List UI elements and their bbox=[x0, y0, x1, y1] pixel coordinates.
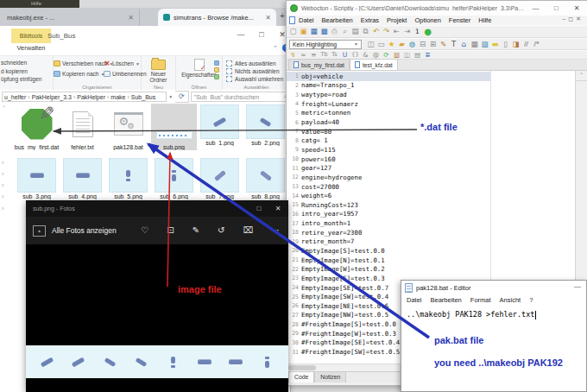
history-icon[interactable] bbox=[214, 74, 219, 79]
image-icon[interactable]: ▨ bbox=[481, 41, 489, 48]
menu-item[interactable]: Datei bbox=[407, 296, 422, 304]
search-input[interactable] bbox=[192, 94, 284, 100]
doc-panel-icon[interactable]: ◫ bbox=[367, 41, 375, 48]
breadcrumb-item[interactable]: make bbox=[110, 94, 130, 100]
status-ok-icon[interactable]: ● bbox=[424, 28, 432, 36]
font-icon[interactable]: T bbox=[450, 41, 458, 48]
tab-close-icon[interactable]: ✕ bbox=[128, 14, 134, 22]
delete-button[interactable]: ✕Löschen▼ bbox=[104, 60, 140, 67]
favorites-star-icon[interactable]: ★ bbox=[388, 41, 395, 48]
move-to-button[interactable]: Verschieben nach▼ bbox=[54, 60, 104, 67]
breadcrumb-item[interactable]: PakHelper_3.3 bbox=[32, 94, 78, 100]
browser-tab-simutrans[interactable]: simutrans - Browse /make... ✕ bbox=[158, 9, 276, 26]
bottom-tab[interactable]: Code bbox=[288, 371, 314, 383]
ribbon-collapse-icon[interactable]: ⌃ bbox=[273, 45, 278, 52]
close-icon[interactable]: ✕ bbox=[269, 200, 287, 217]
file-item[interactable]: pak128.bat bbox=[105, 104, 151, 150]
tree-expand-icon[interactable]: › bbox=[2, 205, 3, 212]
layout-icon[interactable]: ⊟ bbox=[419, 41, 426, 48]
menu-item[interactable]: Bearbeiten bbox=[431, 296, 462, 304]
lightning-icon[interactable]: ↯ bbox=[289, 52, 297, 59]
document-tab[interactable]: test_kfz.dat bbox=[350, 59, 398, 70]
list-icon[interactable]: ≡ bbox=[310, 52, 318, 59]
close-icon[interactable]: ✕ bbox=[566, 4, 587, 12]
bottom-tab[interactable]: Notizen bbox=[314, 371, 346, 383]
favorite-icon[interactable]: ♡ bbox=[141, 226, 148, 235]
menu-item[interactable]: Ansicht bbox=[500, 296, 521, 304]
home-icon[interactable]: ⌂ bbox=[460, 41, 468, 48]
undo-icon[interactable]: ↶ bbox=[372, 28, 380, 35]
address-dropdown-icon[interactable]: ▼ bbox=[167, 94, 175, 99]
file-item[interactable]: sub_3.png bbox=[14, 157, 60, 199]
search-icon[interactable]: ⌕ bbox=[341, 28, 349, 35]
file-item[interactable]: sub_7.png bbox=[197, 157, 243, 199]
grid-icon[interactable]: ▦ bbox=[470, 41, 478, 48]
minimize-icon[interactable]: — bbox=[574, 282, 581, 290]
highlighter-icon[interactable]: ▬ bbox=[491, 41, 499, 48]
delete-icon[interactable]: ⌧ bbox=[243, 226, 253, 235]
folder-icon[interactable]: ▰ bbox=[398, 41, 406, 48]
slideshow-icon[interactable]: ⊡ bbox=[167, 226, 174, 235]
tree-expand-icon[interactable]: › bbox=[2, 193, 3, 199]
library-icon[interactable]: ≣ bbox=[424, 52, 432, 59]
scroll-up-icon[interactable]: ⌃ bbox=[2, 104, 6, 111]
file-item[interactable]: sub_6.png bbox=[151, 157, 197, 199]
file-item[interactable]: fehler.txt bbox=[60, 104, 105, 150]
underline-icon[interactable]: U bbox=[341, 52, 349, 59]
menu-item[interactable]: Extras bbox=[361, 16, 379, 24]
explorer-manage-tab[interactable]: Verwalten bbox=[11, 44, 51, 55]
save-icon[interactable]: ▦ bbox=[310, 28, 318, 35]
open-icon[interactable]: ▣ bbox=[300, 28, 307, 35]
notepad-text-area[interactable]: ..\makeobj PAK128 >fehler.txt bbox=[401, 306, 586, 319]
menu-item[interactable]: Bearbeiten bbox=[322, 16, 353, 24]
open-mini-buttons[interactable] bbox=[214, 60, 219, 79]
select-command[interactable]: Nichts auswählen bbox=[226, 67, 290, 75]
tree-expand-icon[interactable]: › bbox=[2, 182, 3, 188]
menu-item[interactable]: ? bbox=[529, 296, 533, 304]
file-item[interactable]: sub_5.png bbox=[105, 157, 151, 199]
maximize-icon[interactable]: □ bbox=[256, 30, 268, 39]
minimize-icon[interactable]: — bbox=[235, 30, 247, 39]
at-icon[interactable]: @ bbox=[372, 52, 380, 59]
copy-to-button[interactable]: Kopieren nach▼ bbox=[54, 70, 104, 78]
scroll-up-icon[interactable]: ⌃ bbox=[576, 71, 587, 81]
brackets-icon[interactable]: {} bbox=[351, 52, 359, 58]
wrap-icon[interactable]: ≈ bbox=[300, 52, 307, 59]
clipboard-command[interactable]: üpfung einfügen bbox=[1, 75, 53, 84]
file-item[interactable]: sub_1.png bbox=[197, 104, 243, 150]
breadcrumb-item[interactable]: PakHelper bbox=[77, 94, 110, 100]
document-tab[interactable]: bus_my_first.dat bbox=[288, 59, 350, 70]
menu-item[interactable]: Fenster bbox=[449, 16, 470, 24]
new-folder-button[interactable]: Neuer Ordner bbox=[142, 60, 175, 83]
mdi-window-controls[interactable]: –◻✕ bbox=[562, 16, 584, 22]
tree-expand-icon[interactable]: › bbox=[2, 160, 3, 166]
refresh-icon[interactable]: ⟳ bbox=[175, 91, 189, 103]
breadcrumb-item[interactable]: Sub_Bus bbox=[131, 94, 155, 100]
clipboard-command[interactable]: schneiden bbox=[1, 59, 53, 67]
more-icon[interactable]: ⋯ bbox=[271, 226, 280, 235]
clipboard-command[interactable]: d kopieren bbox=[1, 67, 53, 76]
new-tab-icon[interactable]: + bbox=[280, 11, 285, 21]
menu-item[interactable]: Hilfe bbox=[478, 16, 491, 24]
breadcrumb-item[interactable]: u_helfer bbox=[4, 94, 32, 100]
pages-icon[interactable]: ▯ bbox=[502, 41, 509, 48]
menu-item[interactable]: Projekt bbox=[387, 16, 407, 24]
file-item[interactable]: sub_2.png bbox=[243, 104, 288, 150]
comment-line-icon[interactable]: // bbox=[522, 41, 530, 47]
edit-icon[interactable]: ✎ bbox=[193, 226, 199, 235]
tree-expand-icon[interactable]: › bbox=[2, 171, 3, 177]
line-count-label[interactable]: 1 bbox=[413, 28, 421, 35]
subscript-text-icon[interactable]: Tb bbox=[320, 52, 328, 58]
superscript-text-icon[interactable]: Ts bbox=[331, 52, 338, 58]
globe-icon[interactable]: ◍ bbox=[408, 41, 416, 48]
menu-item[interactable]: Datei bbox=[299, 16, 314, 24]
open-icon[interactable] bbox=[214, 60, 219, 66]
select-command[interactable]: Alles auswählen bbox=[226, 60, 290, 67]
redo-icon[interactable]: ↷ bbox=[382, 28, 390, 35]
paint-icon[interactable]: ◨ bbox=[512, 41, 520, 48]
split-view-icon[interactable]: ◫ bbox=[403, 52, 411, 59]
view-all-photos-button[interactable]: Alle Fotos anzeigen bbox=[52, 226, 117, 235]
maximize-icon[interactable]: □ bbox=[250, 200, 268, 217]
pencil-icon[interactable]: ✎ bbox=[439, 41, 447, 48]
file-item[interactable]: sub_4.png bbox=[60, 157, 105, 199]
